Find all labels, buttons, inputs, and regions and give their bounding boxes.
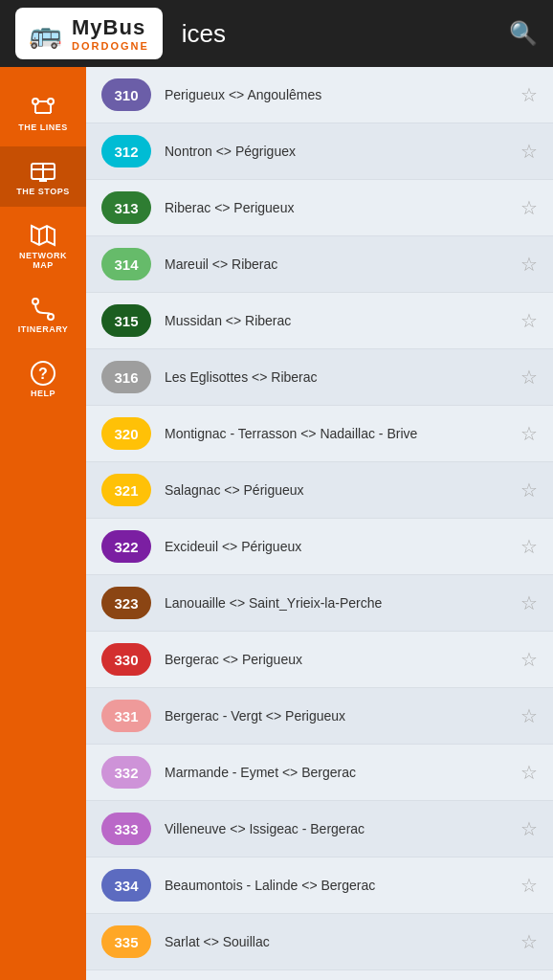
route-badge: 314 <box>101 248 151 280</box>
route-name: Bergerac - Vergt <> Perigueux <box>165 707 507 724</box>
route-name: Nontron <> Pégriguex <box>165 143 507 160</box>
bus-icon: 🚌 <box>29 18 62 50</box>
main-layout: THE LINES THE STOPS NETWORK MAP <box>0 67 553 980</box>
route-name: Villeneuve <> Issigeac - Bergerac <box>165 820 507 837</box>
route-star[interactable]: ☆ <box>520 930 538 953</box>
svg-point-13 <box>33 299 38 304</box>
route-name: Mareuil <> Riberac <box>165 256 507 273</box>
sidebar-label-itinerary: ITINERARY <box>18 324 69 335</box>
sidebar-item-network-map[interactable]: NETWORK MAP <box>0 211 86 281</box>
route-item: 313Riberac <> Perigueux☆ <box>86 180 553 236</box>
sidebar-item-help[interactable]: ? HELP <box>0 348 86 409</box>
sidebar-label-network-map: NETWORK MAP <box>8 251 78 272</box>
help-icon: ? <box>28 358 58 389</box>
route-name: Salagnac <> Périgueux <box>165 481 507 499</box>
route-name: Beaumontois - Lalinde <> Bergerac <box>165 877 507 894</box>
route-item: 322Excideuil <> Périgueux☆ <box>86 519 553 575</box>
lines-icon <box>28 92 58 122</box>
svg-marker-10 <box>32 226 55 245</box>
route-list: 310Perigueux <> Angoulêmes☆312Nontron <>… <box>86 67 553 980</box>
route-star[interactable]: ☆ <box>520 535 538 558</box>
route-star[interactable]: ☆ <box>520 761 538 784</box>
sidebar-item-lines[interactable]: THE LINES <box>0 82 86 143</box>
route-badge: 331 <box>101 700 151 732</box>
route-item: 316Les Eglisottes <> Riberac☆ <box>86 349 553 406</box>
route-badge: 316 <box>101 361 151 393</box>
route-star[interactable]: ☆ <box>520 253 538 276</box>
route-item: 314Mareuil <> Riberac☆ <box>86 236 553 293</box>
svg-point-14 <box>48 314 54 320</box>
route-badge: 333 <box>101 813 151 845</box>
route-badge: 321 <box>101 474 151 506</box>
route-star[interactable]: ☆ <box>520 648 538 671</box>
sidebar-label-stops: THE STOPS <box>16 187 69 197</box>
route-item: 334Beaumontois - Lalinde <> Bergerac☆ <box>86 858 553 914</box>
map-icon <box>28 220 58 251</box>
sidebar-label-help: HELP <box>31 389 55 399</box>
svg-point-1 <box>48 99 54 104</box>
route-name: Bergerac <> Perigueux <box>165 651 507 668</box>
route-item: 310Perigueux <> Angoulêmes☆ <box>86 67 553 123</box>
route-star[interactable]: ☆ <box>520 422 538 445</box>
route-badge: 320 <box>101 417 151 450</box>
route-badge: 312 <box>101 135 151 167</box>
route-name: Excideuil <> Périgueux <box>165 538 507 555</box>
route-badge: 313 <box>101 191 151 224</box>
svg-point-0 <box>33 99 38 104</box>
route-badge: 322 <box>101 530 151 563</box>
route-list-container: 310Perigueux <> Angoulêmes☆312Nontron <>… <box>86 67 553 980</box>
route-name: Mussidan <> Riberac <box>165 312 507 329</box>
svg-text:?: ? <box>38 366 48 382</box>
route-star[interactable]: ☆ <box>520 140 538 163</box>
route-name: Montignac - Terrasson <> Nadaillac - Bri… <box>165 425 507 442</box>
logo-text: MyBus DORDOGNE <box>72 15 149 52</box>
app-header: 🚌 MyBus DORDOGNE ices 🔍 <box>0 0 553 67</box>
route-name: Les Eglisottes <> Riberac <box>165 368 507 386</box>
route-item: 312Nontron <> Pégriguex☆ <box>86 123 553 180</box>
route-item: 321Salagnac <> Périgueux☆ <box>86 462 553 519</box>
route-star[interactable]: ☆ <box>520 479 538 501</box>
route-name: Lanouaille <> Saint_Yrieix-la-Perche <box>165 594 507 612</box>
route-star[interactable]: ☆ <box>520 874 538 897</box>
route-item: 336Sarlat - Montignac <> Périgueux☆ <box>86 970 553 980</box>
route-star[interactable]: ☆ <box>520 196 538 219</box>
sidebar-item-itinerary[interactable]: ITINERARY <box>0 284 86 345</box>
route-badge: 315 <box>101 304 151 337</box>
route-name: Riberac <> Perigueux <box>165 199 507 216</box>
route-badge: 330 <box>101 643 151 676</box>
route-item: 331Bergerac - Vergt <> Perigueux☆ <box>86 688 553 745</box>
search-icon[interactable]: 🔍 <box>509 20 538 47</box>
stops-icon <box>28 156 58 187</box>
route-badge: 335 <box>101 925 151 958</box>
route-badge: 334 <box>101 869 151 902</box>
route-item: 330Bergerac <> Perigueux☆ <box>86 632 553 688</box>
route-badge: 310 <box>101 78 151 111</box>
header-title: ices <box>182 19 226 49</box>
route-star[interactable]: ☆ <box>520 309 538 332</box>
sidebar-label-lines: THE LINES <box>18 122 68 133</box>
route-star[interactable]: ☆ <box>520 817 538 840</box>
logo-box: 🚌 MyBus DORDOGNE <box>15 8 163 59</box>
route-star[interactable]: ☆ <box>520 591 538 614</box>
route-star[interactable]: ☆ <box>520 704 538 727</box>
route-name: Marmande - Eymet <> Bergerac <box>165 764 507 781</box>
route-item: 335Sarlat <> Souillac☆ <box>86 914 553 970</box>
route-badge: 332 <box>101 756 151 789</box>
route-item: 323Lanouaille <> Saint_Yrieix-la-Perche☆ <box>86 575 553 632</box>
route-badge: 323 <box>101 587 151 619</box>
logo-dordogne: DORDOGNE <box>72 40 149 52</box>
route-item: 332Marmande - Eymet <> Bergerac☆ <box>86 745 553 801</box>
route-name: Perigueux <> Angoulêmes <box>165 86 507 103</box>
route-item: 315Mussidan <> Riberac☆ <box>86 293 553 349</box>
sidebar: THE LINES THE STOPS NETWORK MAP <box>0 67 86 980</box>
logo-mybus: MyBus <box>72 15 149 40</box>
route-item: 333Villeneuve <> Issigeac - Bergerac☆ <box>86 801 553 858</box>
itinerary-icon <box>28 294 58 324</box>
route-star[interactable]: ☆ <box>520 83 538 106</box>
route-name: Sarlat <> Souillac <box>165 933 507 950</box>
route-star[interactable]: ☆ <box>520 366 538 389</box>
route-item: 320Montignac - Terrasson <> Nadaillac - … <box>86 406 553 462</box>
sidebar-item-stops[interactable]: THE STOPS <box>0 146 86 207</box>
